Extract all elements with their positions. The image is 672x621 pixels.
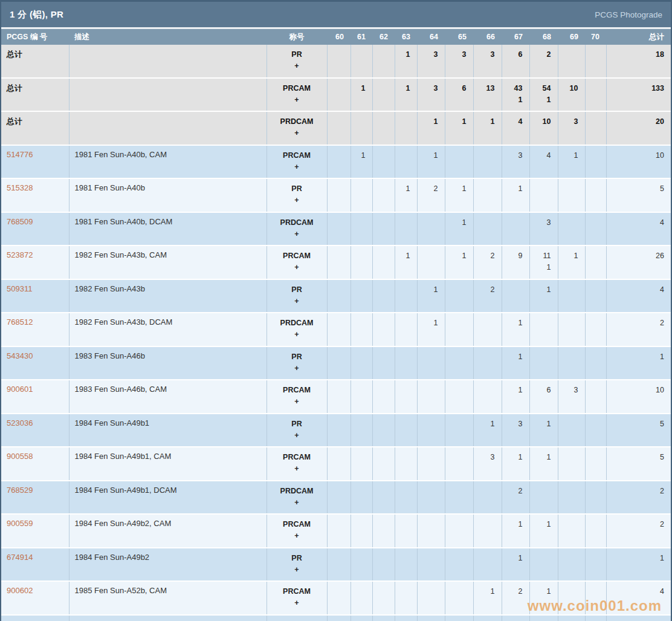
grade-cell-64 <box>417 212 445 246</box>
grade-count: 1 <box>445 183 467 195</box>
pcgs-number-link[interactable]: 900601 <box>7 385 33 394</box>
grade-cell-61 <box>351 212 372 246</box>
pcgs-number-link[interactable]: 674914 <box>7 553 33 562</box>
grade-cell-68: 1 <box>529 414 558 447</box>
grade-count: 2 <box>607 317 665 329</box>
grade-count <box>351 183 366 195</box>
grade-cell-67: 1 <box>502 346 529 380</box>
grade-count <box>395 385 410 396</box>
grade-count: 13 <box>474 83 495 94</box>
grade-cell-60 <box>327 548 351 582</box>
designation-label: PRCAM <box>268 250 326 262</box>
grade-count <box>373 385 388 396</box>
designation-label: PRDCAM <box>268 217 326 229</box>
plus-label: + <box>268 195 326 206</box>
grade-count <box>418 385 438 396</box>
pcgs-number-link[interactable]: 543430 <box>7 351 33 360</box>
grade-count <box>445 150 467 161</box>
grade-count: 3 <box>502 418 523 430</box>
grade-count <box>586 217 599 229</box>
grade-count <box>474 553 495 564</box>
pcgs-number-link[interactable]: 768529 <box>7 486 33 495</box>
grade-count <box>418 519 438 530</box>
grade-count: 5 <box>607 183 665 195</box>
total-cell: 1 <box>606 548 671 582</box>
grade-count <box>328 418 344 430</box>
grade-count: 1 <box>351 83 366 94</box>
grade-cell-70 <box>585 212 606 246</box>
grade-cell-61 <box>351 279 372 313</box>
designation-label: PRCAM <box>268 452 326 463</box>
pcgs-number-link[interactable]: 900602 <box>7 586 33 595</box>
grade-count <box>351 351 366 363</box>
grade-count <box>351 553 366 564</box>
pcgs-number-link[interactable]: 514776 <box>7 150 33 159</box>
pcgs-number-link[interactable]: 768509 <box>7 217 33 226</box>
grade-cell-64: 1 <box>417 313 445 346</box>
grade-cell-70 <box>585 481 606 515</box>
pcgs-number-link[interactable]: 515328 <box>7 183 33 192</box>
grade-count <box>530 553 551 564</box>
grade-count <box>395 284 410 296</box>
grade-count: 1 <box>395 49 410 60</box>
grade-count <box>395 217 410 229</box>
total-cell: 5 <box>606 178 671 212</box>
grade-cell-60 <box>327 145 351 179</box>
pcgs-number-cell: 768509 <box>1 212 69 246</box>
grade-count <box>586 317 599 329</box>
pcgs-photograde-link[interactable]: PCGS Photograde <box>595 10 662 19</box>
pcgs-number-link[interactable]: 900559 <box>7 519 33 528</box>
grade-count: 1 <box>474 418 495 430</box>
pcgs-number-cell: 768529 <box>1 481 69 515</box>
column-header-description: 描述 <box>69 29 267 45</box>
designation-label: PR <box>268 418 326 430</box>
plus-label: + <box>268 128 326 139</box>
grade-count <box>586 452 599 463</box>
grade-count <box>373 284 388 296</box>
grade-cell-68: 6 <box>529 380 558 414</box>
grade-cell-67: 1 <box>502 380 529 414</box>
grade-cell-70 <box>585 548 606 582</box>
pcgs-number-link[interactable]: 509311 <box>7 284 32 293</box>
pcgs-number-link[interactable]: 900558 <box>7 452 33 461</box>
designation-label: PR <box>268 183 326 195</box>
grade-cell-66: 3 <box>473 45 502 78</box>
pcgs-number-link[interactable]: 768512 <box>7 317 33 327</box>
grade-cell-69 <box>558 447 585 481</box>
grade-count: 1 <box>418 284 438 296</box>
grade-cell-70 <box>585 447 606 481</box>
grade-cell-69: 3 <box>558 111 585 145</box>
designation-label: PRDCAM <box>268 116 326 128</box>
column-header-grade-63: 63 <box>395 29 417 45</box>
grade-count: 3 <box>530 217 551 229</box>
designation-cell: PRDCAM+ <box>267 111 327 145</box>
grade-cell-64: 2 <box>417 178 445 212</box>
pcgs-number-link[interactable]: 523036 <box>7 418 33 428</box>
grade-count: 10 <box>530 116 551 128</box>
grade-count: 1 <box>418 317 438 329</box>
grade-count: 1 <box>395 183 410 195</box>
pcgs-number-cell: 总计 <box>1 45 69 78</box>
grade-cell-61 <box>351 548 372 582</box>
grade-count <box>373 83 388 94</box>
grade-count: 5 <box>607 452 665 463</box>
grade-cell-62 <box>372 212 395 246</box>
grade-count <box>502 217 523 229</box>
grade-count <box>445 452 467 463</box>
grade-cell-68: 2 <box>529 45 558 78</box>
grade-cell-70 <box>585 45 606 78</box>
plus-label: + <box>268 597 326 609</box>
total-row-label: 总计 <box>7 83 22 93</box>
grade-cell-70 <box>585 145 606 179</box>
grade-count <box>418 452 438 463</box>
grade-count <box>558 49 578 60</box>
description-cell: 1982 Fen Sun-A43b, CAM <box>69 245 267 279</box>
grade-cell-67: 1 <box>502 447 529 481</box>
grade-cell-65: 6 <box>445 78 473 112</box>
grade-cell-65 <box>445 447 473 481</box>
grade-count: 6 <box>502 49 523 60</box>
pcgs-number-cell: 523036 <box>1 414 69 447</box>
pcgs-number-link[interactable]: 523872 <box>7 250 33 259</box>
grade-cell-64: 1 <box>417 279 445 313</box>
grade-count <box>418 586 438 597</box>
